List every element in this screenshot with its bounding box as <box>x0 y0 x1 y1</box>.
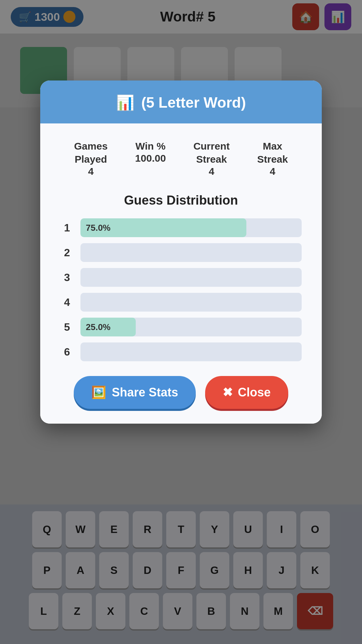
dist-number-4: 4 <box>60 296 74 309</box>
stat-current-streak: CurrentStreak 4 <box>193 140 230 177</box>
stat-max-streak: MaxStreak 4 <box>257 140 288 177</box>
distribution-title: Guess Distribution <box>60 193 302 208</box>
dist-bar-bg-6 <box>80 342 302 361</box>
dist-bar-label-1: 75.0% <box>86 223 111 233</box>
close-button[interactable]: ✖ Close <box>205 376 288 409</box>
dist-row-2: 2 <box>60 243 302 262</box>
stat-games-played: GamesPlayed 4 <box>74 140 108 177</box>
modal-header-icon: 📊 <box>116 94 134 111</box>
win-pct-value: 100.00 <box>135 153 166 164</box>
current-streak-value: 4 <box>209 166 215 177</box>
modal-header: 📊 (5 Letter Word) <box>40 80 322 123</box>
close-label: Close <box>238 385 271 399</box>
modal-overlay: 📊 (5 Letter Word) GamesPlayed 4 Win % 10… <box>0 0 362 644</box>
dist-number-6: 6 <box>60 346 74 358</box>
dist-number-5: 5 <box>60 321 74 333</box>
dist-row-1: 175.0% <box>60 218 302 237</box>
modal-body: GamesPlayed 4 Win % 100.00 CurrentStreak… <box>40 123 322 424</box>
modal-buttons: 🖼️ Share Stats ✖ Close <box>60 376 302 409</box>
modal-header-title: (5 Letter Word) <box>141 94 246 111</box>
dist-bar-bg-4 <box>80 293 302 312</box>
share-stats-button[interactable]: 🖼️ Share Stats <box>74 376 195 409</box>
dist-bar-bg-5: 25.0% <box>80 318 302 336</box>
stat-win-pct: Win % 100.00 <box>135 140 166 177</box>
share-icon: 🖼️ <box>91 385 106 399</box>
dist-bar-bg-3 <box>80 268 302 287</box>
dist-number-2: 2 <box>60 247 74 259</box>
current-streak-label: CurrentStreak <box>193 140 230 166</box>
dist-number-3: 3 <box>60 271 74 284</box>
dist-bar-bg-1: 75.0% <box>80 218 302 237</box>
distribution-chart: 175.0%234525.0%6 <box>60 218 302 361</box>
dist-number-1: 1 <box>60 222 74 234</box>
max-streak-value: 4 <box>270 166 276 177</box>
dist-row-4: 4 <box>60 293 302 312</box>
dist-bar-fill-1: 75.0% <box>80 218 246 237</box>
games-played-label: GamesPlayed <box>74 140 108 166</box>
close-icon: ✖ <box>223 385 233 399</box>
stats-modal: 📊 (5 Letter Word) GamesPlayed 4 Win % 10… <box>40 80 322 424</box>
stats-row: GamesPlayed 4 Win % 100.00 CurrentStreak… <box>60 140 302 177</box>
games-played-value: 4 <box>88 166 94 177</box>
dist-bar-bg-2 <box>80 243 302 262</box>
share-stats-label: Share Stats <box>112 385 178 399</box>
dist-bar-fill-5: 25.0% <box>80 318 136 336</box>
dist-bar-label-5: 25.0% <box>86 322 111 332</box>
win-pct-label: Win % <box>135 140 166 153</box>
max-streak-label: MaxStreak <box>257 140 288 166</box>
dist-row-3: 3 <box>60 268 302 287</box>
dist-row-6: 6 <box>60 342 302 361</box>
dist-row-5: 525.0% <box>60 318 302 336</box>
